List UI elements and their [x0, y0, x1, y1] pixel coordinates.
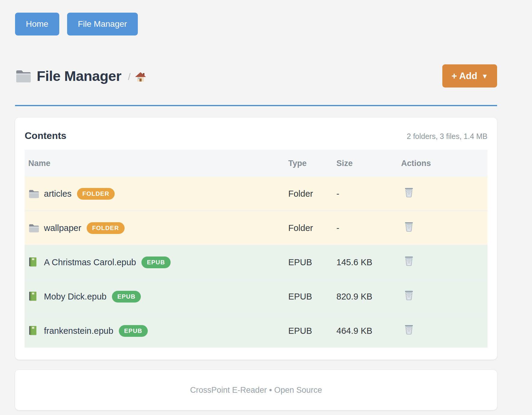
folder-icon [15, 69, 31, 83]
folder-icon [28, 223, 39, 233]
actions-cell [398, 256, 487, 268]
column-header-size: Size [333, 159, 398, 168]
table-row: articles FOLDER Folder - [25, 177, 487, 211]
column-header-type: Type [285, 159, 333, 168]
table-row: Moby Dick.epub EPUB EPUB 820.9 KB [25, 279, 487, 313]
actions-cell [398, 290, 487, 303]
table-row: wallpaper FOLDER Folder - [25, 211, 487, 245]
name-cell: frankenstein.epub EPUB [25, 325, 285, 337]
trash-icon [405, 256, 413, 266]
table-header-row: Name Type Size Actions [25, 150, 487, 177]
trash-icon [405, 325, 413, 335]
type-cell: Folder [285, 189, 333, 199]
type-badge: EPUB [119, 325, 148, 337]
delete-button[interactable] [405, 325, 413, 335]
type-badge: EPUB [112, 291, 141, 303]
contents-card: Contents 2 folders, 3 files, 1.4 MB Name… [15, 118, 497, 360]
type-badge: FOLDER [87, 222, 124, 234]
file-manager-page: Home File Manager File Manager / [0, 0, 532, 415]
delete-button[interactable] [405, 290, 413, 300]
name-cell: wallpaper FOLDER [25, 222, 285, 234]
file-name[interactable]: Moby Dick.epub [44, 292, 107, 302]
table-row: A Christmas Carol.epub EPUB EPUB 145.6 K… [25, 245, 487, 279]
file-name[interactable]: frankenstein.epub [44, 326, 113, 336]
nav-button-file-manager[interactable]: File Manager [67, 13, 138, 35]
book-icon [28, 257, 39, 267]
caret-down-icon: ▼ [481, 72, 488, 80]
table-row: frankenstein.epub EPUB EPUB 464.9 KB [25, 313, 487, 348]
delete-button[interactable] [405, 222, 413, 232]
file-table: Name Type Size Actions [25, 150, 487, 348]
type-badge: FOLDER [77, 188, 115, 200]
size-cell: - [333, 189, 398, 199]
breadcrumb-separator: / [128, 72, 131, 82]
file-name[interactable]: A Christmas Carol.epub [44, 257, 136, 267]
actions-cell [398, 325, 487, 337]
column-header-actions: Actions [398, 159, 487, 168]
footer-card: CrossPoint E-Reader • Open Source [15, 370, 497, 410]
delete-button[interactable] [405, 256, 413, 266]
size-cell: 820.9 KB [333, 292, 398, 302]
folder-icon [28, 189, 39, 199]
trash-icon [405, 188, 413, 198]
actions-cell [398, 222, 487, 234]
nav-button-home[interactable]: Home [15, 13, 59, 35]
trash-icon [405, 290, 413, 300]
file-name[interactable]: wallpaper [44, 223, 81, 233]
size-cell: 145.6 KB [333, 257, 398, 267]
type-cell: EPUB [285, 257, 333, 267]
page-header: File Manager / + Add ▼ [15, 64, 497, 88]
type-cell: Folder [285, 223, 333, 233]
contents-heading: Contents [25, 130, 66, 141]
type-cell: EPUB [285, 292, 333, 302]
page-title: File Manager [37, 68, 121, 84]
table-body: articles FOLDER Folder - [25, 177, 487, 348]
add-button[interactable]: + Add ▼ [442, 64, 497, 88]
type-badge: EPUB [141, 257, 170, 268]
name-cell: articles FOLDER [25, 188, 285, 200]
type-cell: EPUB [285, 326, 333, 336]
trash-icon [405, 222, 413, 232]
size-cell: 464.9 KB [333, 326, 398, 336]
name-cell: A Christmas Carol.epub EPUB [25, 257, 285, 268]
nav-bar: Home File Manager [15, 13, 497, 35]
book-icon [28, 291, 39, 302]
contents-header: Contents 2 folders, 3 files, 1.4 MB [25, 130, 487, 141]
name-cell: Moby Dick.epub EPUB [25, 291, 285, 303]
file-name[interactable]: articles [44, 189, 72, 199]
page-title-group: File Manager / [15, 68, 146, 84]
contents-summary: 2 folders, 3 files, 1.4 MB [407, 132, 487, 141]
delete-button[interactable] [405, 188, 413, 198]
header-divider [15, 105, 497, 106]
footer-text: CrossPoint E-Reader • Open Source [190, 386, 322, 395]
add-button-label: + Add [451, 71, 477, 81]
size-cell: - [333, 223, 398, 233]
book-icon [28, 326, 39, 336]
column-header-name: Name [25, 159, 285, 168]
actions-cell [398, 188, 487, 200]
house-icon[interactable] [135, 72, 146, 83]
